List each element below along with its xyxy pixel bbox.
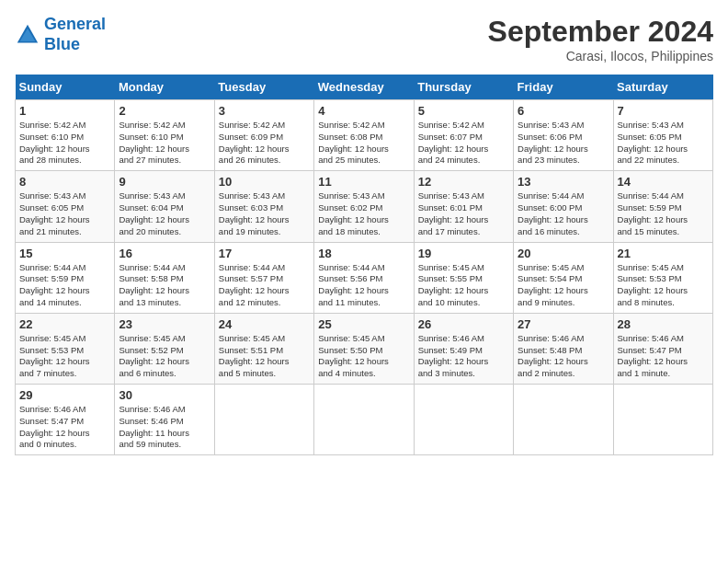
day-info: Sunrise: 5:43 AMSunset: 6:01 PMDaylight:… <box>418 190 509 237</box>
day-info: Sunrise: 5:42 AMSunset: 6:09 PMDaylight:… <box>219 120 310 167</box>
calendar-table: Sunday Monday Tuesday Wednesday Thursday… <box>15 75 713 455</box>
table-row: 27Sunrise: 5:46 AMSunset: 5:48 PMDayligh… <box>514 313 613 384</box>
table-row <box>314 385 414 455</box>
table-row: 7Sunrise: 5:43 AMSunset: 6:05 PMDaylight… <box>613 100 712 171</box>
table-row: 16Sunrise: 5:44 AMSunset: 5:58 PMDayligh… <box>115 242 214 313</box>
day-number: 11 <box>318 175 409 189</box>
day-info: Sunrise: 5:44 AMSunset: 5:58 PMDaylight:… <box>119 262 210 309</box>
table-row <box>613 385 712 455</box>
calendar-week-row: 8Sunrise: 5:43 AMSunset: 6:05 PMDaylight… <box>16 171 713 242</box>
day-info: Sunrise: 5:44 AMSunset: 5:59 PMDaylight:… <box>618 190 709 237</box>
table-row: 6Sunrise: 5:43 AMSunset: 6:06 PMDaylight… <box>514 100 613 171</box>
header-monday: Monday <box>115 75 214 100</box>
day-number: 24 <box>219 317 310 331</box>
header-tuesday: Tuesday <box>214 75 313 100</box>
table-row: 28Sunrise: 5:46 AMSunset: 5:47 PMDayligh… <box>613 313 712 384</box>
table-row: 22Sunrise: 5:45 AMSunset: 5:53 PMDayligh… <box>16 313 115 384</box>
day-info: Sunrise: 5:45 AMSunset: 5:55 PMDaylight:… <box>418 262 509 309</box>
table-row: 8Sunrise: 5:43 AMSunset: 6:05 PMDaylight… <box>16 171 115 242</box>
table-row: 17Sunrise: 5:44 AMSunset: 5:57 PMDayligh… <box>214 242 313 313</box>
day-number: 20 <box>518 247 609 260</box>
day-number: 16 <box>119 247 210 260</box>
location-subtitle: Carasi, Ilocos, Philippines <box>488 49 713 63</box>
calendar-week-row: 22Sunrise: 5:45 AMSunset: 5:53 PMDayligh… <box>16 313 713 384</box>
day-number: 14 <box>618 175 709 189</box>
day-number: 21 <box>618 247 709 260</box>
logo-line2: Blue <box>44 35 80 53</box>
header-sunday: Sunday <box>16 75 115 100</box>
table-row <box>214 385 313 455</box>
table-row: 14Sunrise: 5:44 AMSunset: 5:59 PMDayligh… <box>613 171 712 242</box>
day-info: Sunrise: 5:43 AMSunset: 6:03 PMDaylight:… <box>219 190 310 237</box>
day-info: Sunrise: 5:44 AMSunset: 5:56 PMDaylight:… <box>318 262 409 309</box>
day-info: Sunrise: 5:46 AMSunset: 5:46 PMDaylight:… <box>119 404 210 451</box>
day-info: Sunrise: 5:45 AMSunset: 5:50 PMDaylight:… <box>318 333 409 380</box>
day-info: Sunrise: 5:43 AMSunset: 6:05 PMDaylight:… <box>618 120 709 167</box>
calendar-week-row: 1Sunrise: 5:42 AMSunset: 6:10 PMDaylight… <box>16 100 713 171</box>
header-friday: Friday <box>514 75 613 100</box>
day-number: 2 <box>119 104 210 118</box>
table-row: 3Sunrise: 5:42 AMSunset: 6:09 PMDaylight… <box>214 100 313 171</box>
day-number: 10 <box>219 175 310 189</box>
weekday-header-row: Sunday Monday Tuesday Wednesday Thursday… <box>16 75 713 100</box>
day-number: 27 <box>518 317 609 331</box>
month-title: September 2024 <box>488 15 713 49</box>
table-row <box>414 385 513 455</box>
day-info: Sunrise: 5:44 AMSunset: 6:00 PMDaylight:… <box>518 190 609 237</box>
logo-text: General Blue <box>44 15 106 54</box>
table-row: 30Sunrise: 5:46 AMSunset: 5:46 PMDayligh… <box>115 385 214 455</box>
table-row: 24Sunrise: 5:45 AMSunset: 5:51 PMDayligh… <box>214 313 313 384</box>
header-thursday: Thursday <box>414 75 513 100</box>
day-info: Sunrise: 5:45 AMSunset: 5:52 PMDaylight:… <box>119 333 210 380</box>
day-number: 22 <box>19 317 110 331</box>
day-number: 4 <box>318 104 409 118</box>
day-number: 19 <box>418 247 509 260</box>
table-row: 15Sunrise: 5:44 AMSunset: 5:59 PMDayligh… <box>16 242 115 313</box>
day-number: 23 <box>119 317 210 331</box>
day-number: 7 <box>618 104 709 118</box>
table-row: 21Sunrise: 5:45 AMSunset: 5:53 PMDayligh… <box>613 242 712 313</box>
day-info: Sunrise: 5:45 AMSunset: 5:53 PMDaylight:… <box>19 333 110 380</box>
table-row: 4Sunrise: 5:42 AMSunset: 6:08 PMDaylight… <box>314 100 414 171</box>
day-info: Sunrise: 5:43 AMSunset: 6:06 PMDaylight:… <box>518 120 609 167</box>
title-section: September 2024 Carasi, Ilocos, Philippin… <box>488 15 713 63</box>
table-row: 26Sunrise: 5:46 AMSunset: 5:49 PMDayligh… <box>414 313 513 384</box>
day-number: 15 <box>19 247 110 260</box>
day-info: Sunrise: 5:43 AMSunset: 6:02 PMDaylight:… <box>318 190 409 237</box>
table-row: 1Sunrise: 5:42 AMSunset: 6:10 PMDaylight… <box>16 100 115 171</box>
page-container: General Blue September 2024 Carasi, Iloc… <box>0 0 728 463</box>
day-number: 13 <box>518 175 609 189</box>
day-info: Sunrise: 5:45 AMSunset: 5:53 PMDaylight:… <box>618 262 709 309</box>
table-row: 18Sunrise: 5:44 AMSunset: 5:56 PMDayligh… <box>314 242 414 313</box>
day-number: 8 <box>19 175 110 189</box>
day-info: Sunrise: 5:44 AMSunset: 5:57 PMDaylight:… <box>219 262 310 309</box>
day-number: 12 <box>418 175 509 189</box>
table-row: 13Sunrise: 5:44 AMSunset: 6:00 PMDayligh… <box>514 171 613 242</box>
day-number: 29 <box>19 388 110 402</box>
table-row: 12Sunrise: 5:43 AMSunset: 6:01 PMDayligh… <box>414 171 513 242</box>
day-number: 9 <box>119 175 210 189</box>
day-info: Sunrise: 5:45 AMSunset: 5:51 PMDaylight:… <box>219 333 310 380</box>
logo-icon <box>15 22 40 48</box>
day-number: 26 <box>418 317 509 331</box>
calendar-week-row: 15Sunrise: 5:44 AMSunset: 5:59 PMDayligh… <box>16 242 713 313</box>
day-info: Sunrise: 5:43 AMSunset: 6:04 PMDaylight:… <box>119 190 210 237</box>
page-header: General Blue September 2024 Carasi, Iloc… <box>15 15 713 63</box>
table-row: 5Sunrise: 5:42 AMSunset: 6:07 PMDaylight… <box>414 100 513 171</box>
day-info: Sunrise: 5:43 AMSunset: 6:05 PMDaylight:… <box>19 190 110 237</box>
day-info: Sunrise: 5:46 AMSunset: 5:48 PMDaylight:… <box>518 333 609 380</box>
day-info: Sunrise: 5:45 AMSunset: 5:54 PMDaylight:… <box>518 262 609 309</box>
day-info: Sunrise: 5:44 AMSunset: 5:59 PMDaylight:… <box>19 262 110 309</box>
day-info: Sunrise: 5:46 AMSunset: 5:47 PMDaylight:… <box>19 404 110 451</box>
table-row: 20Sunrise: 5:45 AMSunset: 5:54 PMDayligh… <box>514 242 613 313</box>
header-saturday: Saturday <box>613 75 712 100</box>
day-number: 1 <box>19 104 110 118</box>
day-info: Sunrise: 5:42 AMSunset: 6:10 PMDaylight:… <box>119 120 210 167</box>
day-number: 30 <box>119 388 210 402</box>
day-info: Sunrise: 5:42 AMSunset: 6:08 PMDaylight:… <box>318 120 409 167</box>
table-row: 9Sunrise: 5:43 AMSunset: 6:04 PMDaylight… <box>115 171 214 242</box>
logo-line1: General <box>44 15 106 33</box>
calendar-body: 1Sunrise: 5:42 AMSunset: 6:10 PMDaylight… <box>16 100 713 455</box>
table-row: 25Sunrise: 5:45 AMSunset: 5:50 PMDayligh… <box>314 313 414 384</box>
day-number: 5 <box>418 104 509 118</box>
